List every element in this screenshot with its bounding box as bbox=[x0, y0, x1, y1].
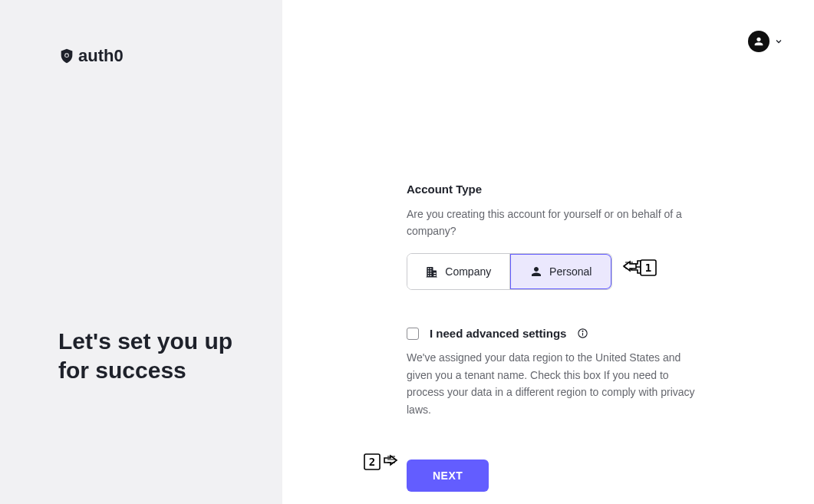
svg-rect-6 bbox=[364, 454, 380, 469]
avatar bbox=[748, 31, 770, 52]
company-label: Company bbox=[445, 265, 491, 278]
brand-logo: auth0 bbox=[58, 46, 252, 66]
account-type-toggle: Company Personal bbox=[407, 253, 612, 290]
annotation-cursor-1: 1 bbox=[622, 256, 657, 279]
advanced-settings-explanation: We've assigned your data region to the U… bbox=[407, 349, 698, 418]
personal-label: Personal bbox=[549, 265, 592, 278]
advanced-settings-label: I need advanced settings bbox=[430, 327, 566, 340]
next-button[interactable]: NEXT bbox=[407, 460, 489, 492]
advanced-settings-checkbox[interactable] bbox=[407, 328, 419, 340]
right-panel: Account Type Are you creating this accou… bbox=[282, 0, 814, 504]
person-icon bbox=[753, 35, 765, 48]
chevron-down-icon bbox=[774, 37, 783, 46]
advanced-settings-row: I need advanced settings bbox=[407, 327, 783, 340]
account-type-description: Are you creating this account for yourse… bbox=[407, 206, 721, 239]
brand-name: auth0 bbox=[78, 46, 124, 66]
account-type-title: Account Type bbox=[407, 183, 783, 196]
svg-text:2: 2 bbox=[369, 456, 375, 468]
info-icon[interactable] bbox=[577, 328, 588, 339]
building-icon bbox=[425, 265, 439, 278]
svg-rect-4 bbox=[641, 260, 656, 275]
auth0-shield-icon bbox=[58, 48, 75, 64]
user-menu[interactable] bbox=[748, 31, 783, 52]
annotation-cursor-2: 2 bbox=[363, 450, 398, 473]
svg-point-3 bbox=[582, 331, 583, 332]
account-type-personal[interactable]: Personal bbox=[510, 254, 612, 289]
svg-text:1: 1 bbox=[645, 262, 651, 274]
left-panel: auth0 Let's set you up for success bbox=[0, 0, 282, 504]
person-icon bbox=[529, 265, 543, 278]
account-type-company[interactable]: Company bbox=[407, 254, 510, 289]
page-headline: Let's set you up for success bbox=[58, 327, 252, 384]
